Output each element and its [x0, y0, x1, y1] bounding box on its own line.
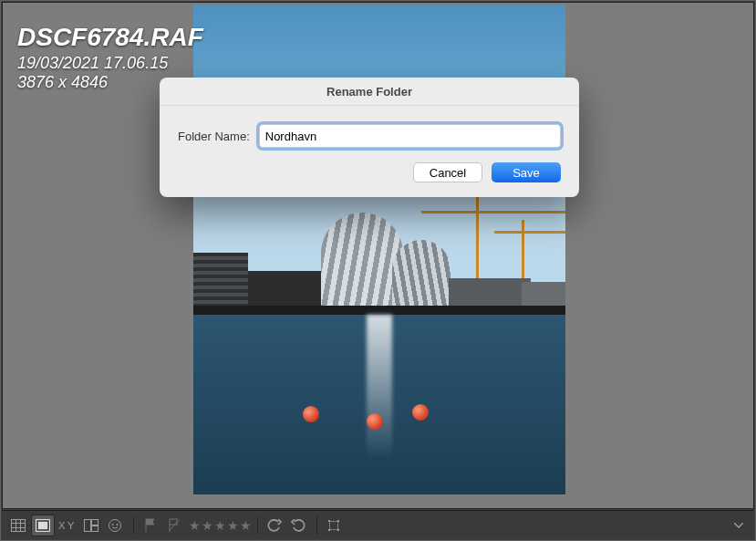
photo-crane: [494, 231, 565, 234]
svg-rect-19: [328, 529, 330, 531]
star-icon[interactable]: ★: [202, 518, 213, 533]
compare-view-button[interactable]: XY: [57, 515, 78, 536]
toolbar-separator: [133, 516, 134, 535]
photo-buoy: [303, 406, 319, 422]
svg-point-13: [112, 524, 114, 525]
photo-crane: [421, 211, 565, 213]
bottom-toolbar: XY ★ ★ ★ ★ ★: [2, 510, 754, 539]
folder-name-label: Folder Name:: [178, 130, 250, 143]
photo-buoy: [412, 404, 429, 421]
svg-rect-11: [92, 525, 98, 531]
photo-buoy: [367, 413, 383, 430]
flag-button[interactable]: [140, 515, 161, 536]
toolbar-menu-button[interactable]: [729, 523, 749, 528]
svg-point-14: [117, 524, 119, 525]
photo-shoreline: [193, 306, 565, 315]
crop-bounds-button[interactable]: [323, 515, 345, 536]
svg-rect-9: [85, 519, 91, 531]
svg-rect-17: [328, 520, 330, 522]
star-icon[interactable]: ★: [227, 518, 239, 533]
star-icon[interactable]: ★: [240, 518, 252, 533]
filename-label: DSCF6784.RAF: [17, 23, 203, 52]
rename-folder-dialog: Rename Folder Folder Name: Cancel Save: [160, 78, 579, 197]
toolbar-separator: [316, 516, 317, 535]
svg-text:X: X: [58, 520, 66, 531]
save-button[interactable]: Save: [492, 162, 561, 182]
star-icon[interactable]: ★: [189, 518, 201, 533]
rating-stars[interactable]: ★ ★ ★ ★ ★: [189, 518, 252, 533]
rotate-cw-button[interactable]: [287, 515, 309, 536]
svg-rect-16: [330, 521, 338, 529]
survey-view-button[interactable]: [80, 515, 102, 536]
reject-button[interactable]: [163, 515, 185, 536]
datetime-label: 19/03/2021 17.06.15: [17, 54, 203, 73]
dialog-body: Folder Name:: [160, 106, 579, 153]
folder-name-input[interactable]: [259, 124, 561, 148]
toolbar-separator: [257, 516, 258, 535]
svg-text:Y: Y: [67, 520, 75, 531]
cancel-button[interactable]: Cancel: [413, 162, 482, 182]
svg-rect-18: [337, 520, 339, 522]
photo-building: [321, 213, 403, 311]
grid-view-button[interactable]: [7, 515, 29, 536]
dialog-footer: Cancel Save: [160, 153, 579, 197]
photo-building: [392, 240, 450, 311]
people-view-button[interactable]: [104, 515, 126, 536]
rotate-ccw-button[interactable]: [264, 515, 285, 536]
loupe-view-button[interactable]: [31, 515, 55, 536]
svg-rect-0: [12, 519, 26, 531]
image-canvas: DSCF6784.RAF 19/03/2021 17.06.15 3876 x …: [2, 2, 754, 509]
svg-line-15: [169, 520, 180, 531]
dialog-title: Rename Folder: [160, 78, 579, 106]
svg-rect-20: [337, 529, 339, 531]
app-window: DSCF6784.RAF 19/03/2021 17.06.15 3876 x …: [0, 0, 756, 541]
svg-rect-6: [38, 522, 47, 529]
svg-point-12: [109, 519, 121, 531]
svg-rect-10: [92, 519, 98, 525]
photo-building: [193, 253, 248, 311]
photo-reflection: [367, 315, 392, 494]
star-icon[interactable]: ★: [214, 518, 226, 533]
